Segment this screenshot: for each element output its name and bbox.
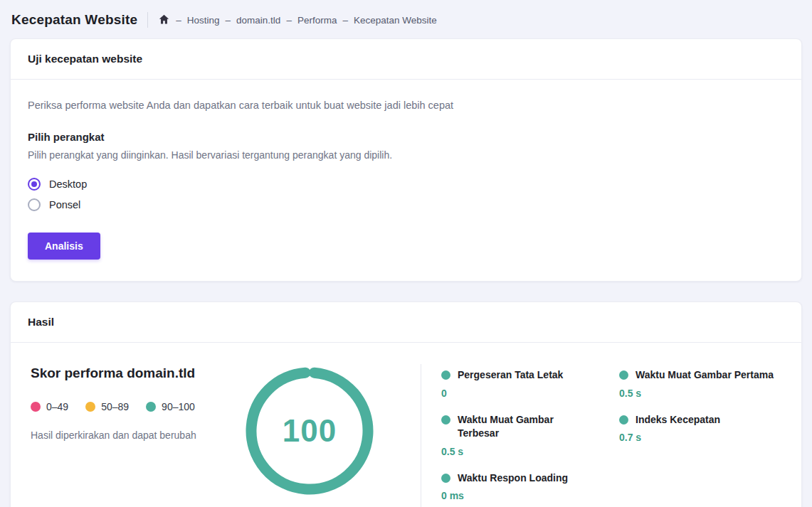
metric-layout-shift: Pergeseran Tata Letak 0 bbox=[441, 368, 592, 399]
radio-desktop-label: Desktop bbox=[49, 178, 87, 190]
metric-value: 0 ms bbox=[441, 490, 592, 501]
speed-test-card-body: Periksa performa website Anda dan dapatk… bbox=[11, 80, 801, 281]
metric-head: Waktu Respon Loading bbox=[441, 471, 592, 486]
metric-value: 0.5 s bbox=[619, 388, 781, 399]
radio-option-ponsel[interactable]: Ponsel bbox=[28, 198, 80, 211]
score-disclaimer: Hasil diperkirakan dan dapat berubah bbox=[31, 429, 244, 441]
legend-range-low: 0–49 bbox=[46, 401, 68, 412]
legend-item-mid: 50–89 bbox=[85, 401, 129, 412]
metrics-column-right: Waktu Muat Gambar Pertama 0.5 s Indeks K… bbox=[619, 368, 781, 507]
page-header: Kecepatan Website – Hosting – domain.tld… bbox=[0, 0, 812, 38]
metric-status-dot bbox=[619, 415, 628, 425]
breadcrumb-separator: – bbox=[286, 15, 292, 26]
breadcrumb-hosting[interactable]: Hosting bbox=[187, 15, 220, 26]
results-card-body: Skor performa domain.tld 0–49 50–89 90–1… bbox=[11, 343, 801, 507]
metric-label: Indeks Kecepatan bbox=[636, 413, 720, 427]
speed-test-card: Uji kecepatan website Periksa performa w… bbox=[10, 38, 802, 282]
metric-status-dot bbox=[441, 370, 450, 380]
score-title: Skor performa domain.tld bbox=[31, 365, 244, 381]
legend-dot-green bbox=[146, 402, 156, 412]
metric-value: 0.7 s bbox=[619, 432, 781, 443]
metric-head: Waktu Muat Gambar Terbesar bbox=[441, 413, 592, 441]
metric-value: 0 bbox=[441, 388, 592, 399]
breadcrumb-current: Kecepatan Website bbox=[354, 15, 437, 26]
metric-head: Pergeseran Tata Letak bbox=[441, 368, 592, 383]
breadcrumb-performa[interactable]: Performa bbox=[297, 15, 337, 26]
metric-label: Waktu Respon Loading bbox=[458, 471, 568, 486]
radio-option-desktop[interactable]: Desktop bbox=[28, 178, 87, 191]
radio-desktop-control[interactable] bbox=[28, 178, 41, 191]
results-vertical-divider bbox=[421, 364, 421, 507]
metric-loading-response: Waktu Respon Loading 0 ms bbox=[441, 471, 592, 502]
metric-head: Indeks Kecepatan bbox=[619, 413, 781, 427]
legend-range-high: 90–100 bbox=[162, 401, 195, 412]
breadcrumb-domain[interactable]: domain.tld bbox=[236, 15, 280, 26]
score-legend: 0–49 50–89 90–100 bbox=[31, 401, 244, 412]
metric-first-image-load: Waktu Muat Gambar Pertama 0.5 s bbox=[619, 368, 781, 399]
breadcrumb: – Hosting – domain.tld – Performa – Kece… bbox=[158, 15, 437, 26]
breadcrumb-separator: – bbox=[226, 15, 231, 26]
header-divider bbox=[147, 12, 148, 28]
gauge-score-value: 100 bbox=[244, 365, 375, 496]
breadcrumb-separator: – bbox=[342, 15, 348, 26]
metric-label: Waktu Muat Gambar Terbesar bbox=[458, 413, 592, 441]
speed-test-card-title: Uji kecepatan website bbox=[11, 39, 801, 80]
page: Kecepatan Website – Hosting – domain.tld… bbox=[0, 0, 812, 507]
results-card: Hasil Skor performa domain.tld 0–49 50–8… bbox=[10, 301, 802, 507]
legend-item-low: 0–49 bbox=[31, 401, 68, 412]
metrics-panel: Pergeseran Tata Letak 0 Waktu Muat Gamba… bbox=[441, 364, 781, 507]
legend-dot-yellow bbox=[85, 402, 95, 412]
device-section-description: Pilih perangkat yang diinginkan. Hasil b… bbox=[28, 149, 784, 161]
home-icon[interactable] bbox=[158, 14, 170, 26]
radio-ponsel-label: Ponsel bbox=[49, 199, 80, 210]
metric-status-dot bbox=[619, 370, 628, 380]
metric-speed-index: Indeks Kecepatan 0.7 s bbox=[619, 413, 781, 444]
speed-test-description: Periksa performa website Anda dan dapatk… bbox=[28, 100, 784, 111]
metric-label: Waktu Muat Gambar Pertama bbox=[636, 368, 774, 383]
metrics-column-left: Pergeseran Tata Letak 0 Waktu Muat Gamba… bbox=[441, 368, 592, 507]
legend-item-high: 90–100 bbox=[146, 401, 195, 412]
performance-score-gauge: 100 bbox=[244, 365, 375, 496]
legend-range-mid: 50–89 bbox=[101, 401, 129, 412]
legend-dot-red bbox=[31, 402, 41, 412]
analyze-button[interactable]: Analisis bbox=[28, 233, 100, 260]
breadcrumb-separator: – bbox=[176, 15, 181, 26]
device-section-title: Pilih perangkat bbox=[28, 131, 784, 143]
metric-label: Pergeseran Tata Letak bbox=[458, 368, 563, 383]
metric-status-dot bbox=[441, 474, 450, 483]
results-card-title: Hasil bbox=[11, 302, 801, 343]
metric-value: 0.5 s bbox=[441, 446, 592, 457]
page-title: Kecepatan Website bbox=[11, 12, 137, 28]
metric-head: Waktu Muat Gambar Pertama bbox=[619, 368, 781, 383]
score-summary: Skor performa domain.tld 0–49 50–89 90–1… bbox=[31, 364, 244, 451]
metric-status-dot bbox=[441, 415, 450, 425]
device-radio-group: Desktop Ponsel bbox=[28, 178, 784, 211]
radio-ponsel-control[interactable] bbox=[28, 198, 41, 211]
metric-largest-image-load: Waktu Muat Gambar Terbesar 0.5 s bbox=[441, 413, 592, 457]
